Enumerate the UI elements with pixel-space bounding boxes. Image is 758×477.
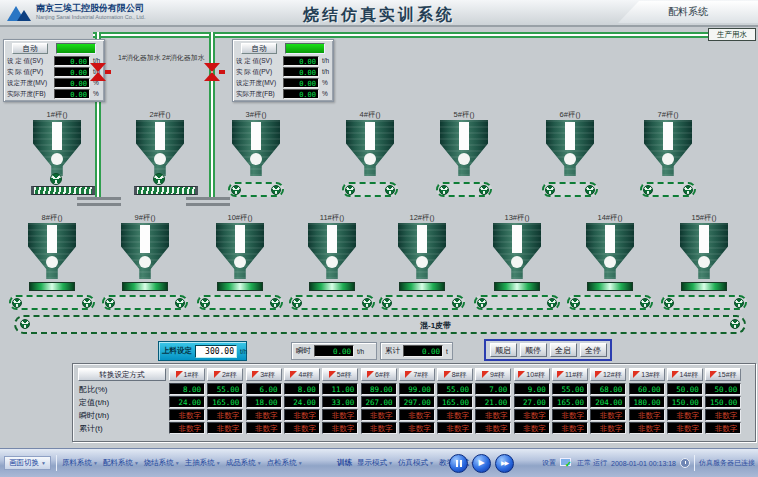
table-cell[interactable]: 8.00 (284, 383, 320, 395)
scale-11[interactable]: 11#秤() (289, 213, 375, 313)
column-header-scale-11[interactable]: 11#秤 (552, 368, 588, 381)
column-header-scale-2[interactable]: 2#秤 (207, 368, 243, 381)
nav-item-1[interactable]: 原料系统▼ (62, 458, 98, 468)
table-cell[interactable]: 9.00 (514, 383, 550, 395)
feed-setpoint-input[interactable] (195, 345, 237, 358)
flag-icon (672, 371, 679, 378)
table-cell[interactable]: 6.00 (246, 383, 282, 395)
pause-button[interactable] (449, 454, 468, 473)
table-cell: 非数字 (705, 409, 741, 421)
column-header-scale-9[interactable]: 9#秤 (475, 368, 511, 381)
scale-2[interactable]: 2#秤() (117, 110, 203, 210)
table-cell[interactable]: 24.00 (284, 396, 320, 408)
table-cell[interactable]: 89.00 (361, 383, 397, 395)
field-value-display: 0.00 (54, 89, 90, 99)
scale-9[interactable]: 9#秤() (102, 213, 188, 313)
nav-item-2[interactable]: 配料系统▼ (103, 458, 139, 468)
scale-3[interactable]: 3#秤() (213, 110, 299, 210)
table-cell[interactable]: 55.00 (437, 383, 473, 395)
auto-mode-button[interactable]: 自动 (12, 43, 48, 54)
water-valve-1[interactable] (90, 63, 106, 81)
fast-forward-button[interactable]: ▶▶ (495, 454, 514, 473)
column-header-scale-15[interactable]: 15#秤 (705, 368, 741, 381)
column-header-scale-14[interactable]: 14#秤 (667, 368, 703, 381)
column-header-scale-5[interactable]: 5#秤 (322, 368, 358, 381)
nav-item-3[interactable]: 烧结系统▼ (144, 458, 180, 468)
mode-item-1[interactable]: 显示模式▼ (357, 458, 393, 468)
auto-mode-button[interactable]: 自动 (241, 43, 277, 54)
table-cell[interactable]: 11.00 (322, 383, 358, 395)
screen-switch-menu[interactable]: 画面切换▼ (4, 456, 51, 470)
scale-15[interactable]: 15#秤() (661, 213, 747, 313)
scale-4[interactable]: 4#秤() (327, 110, 413, 210)
mode-item-2[interactable]: 仿真模式▼ (398, 458, 434, 468)
scale-label: 7#秤() (625, 110, 711, 120)
scale-1[interactable]: 1#秤() (14, 110, 100, 210)
table-cell[interactable]: 267.00 (361, 396, 397, 408)
switch-setting-mode-button[interactable]: 转换设定方式 (78, 368, 166, 381)
table-cell[interactable]: 21.00 (475, 396, 511, 408)
table-cell[interactable]: 165.00 (207, 396, 243, 408)
seq-stop-button[interactable]: 顺停 (520, 343, 547, 357)
table-cell[interactable]: 24.00 (169, 396, 205, 408)
table-cell[interactable]: 60.00 (629, 383, 665, 395)
column-header-scale-6[interactable]: 6#秤 (361, 368, 397, 381)
scale-12[interactable]: 12#秤() (379, 213, 465, 313)
column-header-scale-8[interactable]: 8#秤 (437, 368, 473, 381)
instant-label: 瞬时 (296, 346, 311, 356)
column-header-scale-7[interactable]: 7#秤 (399, 368, 435, 381)
vibro-feeder-icon (587, 282, 633, 291)
column-header-scale-1[interactable]: 1#秤 (169, 368, 205, 381)
hopper-icon (440, 120, 488, 176)
play-button[interactable]: ▶ (472, 454, 491, 473)
hopper-icon (644, 120, 692, 176)
table-cell[interactable]: 55.00 (552, 383, 588, 395)
column-header-label: 13#秤 (641, 370, 660, 380)
column-header-scale-10[interactable]: 10#秤 (514, 368, 550, 381)
nav-item-6[interactable]: 点检系统▼ (267, 458, 303, 468)
table-cell[interactable]: 68.00 (590, 383, 626, 395)
scale-10[interactable]: 10#秤() (197, 213, 283, 313)
table-cell[interactable]: 8.00 (169, 383, 205, 395)
nav-item-5[interactable]: 成品系统▼ (226, 458, 262, 468)
flag-icon (482, 371, 489, 378)
scale-7[interactable]: 7#秤() (625, 110, 711, 210)
settings-menu[interactable]: 设置 (542, 458, 556, 468)
table-cell[interactable]: 18.00 (246, 396, 282, 408)
hopper-icon (346, 120, 394, 176)
all-stop-button[interactable]: 全停 (580, 343, 607, 357)
table-cell[interactable]: 180.00 (629, 396, 665, 408)
scale-8[interactable]: 8#秤() (9, 213, 95, 313)
table-cell[interactable]: 297.00 (399, 396, 435, 408)
table-cell[interactable]: 27.00 (514, 396, 550, 408)
table-cell[interactable]: 165.00 (437, 396, 473, 408)
table-cell[interactable]: 150.00 (667, 396, 703, 408)
table-cell[interactable]: 7.00 (475, 383, 511, 395)
table-cell[interactable]: 33.00 (322, 396, 358, 408)
column-header-scale-12[interactable]: 12#秤 (590, 368, 626, 381)
table-cell[interactable]: 99.00 (399, 383, 435, 395)
table-cell[interactable]: 165.00 (552, 396, 588, 408)
column-header-scale-3[interactable]: 3#秤 (246, 368, 282, 381)
column-header-scale-13[interactable]: 13#秤 (629, 368, 665, 381)
table-cell[interactable]: 204.00 (590, 396, 626, 408)
scale-label: 14#秤() (567, 213, 653, 223)
table-cell[interactable]: 150.00 (705, 396, 741, 408)
scale-13[interactable]: 13#秤() (474, 213, 560, 313)
scale-6[interactable]: 6#秤() (527, 110, 613, 210)
water-valve-2[interactable] (204, 63, 220, 81)
tab-batching-system[interactable]: 配料系统 (618, 1, 758, 23)
mix-belt-1[interactable]: 混-1皮带 (14, 315, 746, 334)
flag-icon (444, 371, 451, 378)
nav-item-4[interactable]: 主抽系统▼ (185, 458, 221, 468)
table-cell[interactable]: 50.00 (705, 383, 741, 395)
all-start-button[interactable]: 全启 (550, 343, 577, 357)
table-cell[interactable]: 55.00 (207, 383, 243, 395)
scale-14[interactable]: 14#秤() (567, 213, 653, 313)
tab-production-water[interactable]: 生产用水 (708, 28, 756, 41)
table-cell[interactable]: 50.00 (667, 383, 703, 395)
scale-5[interactable]: 5#秤() (421, 110, 507, 210)
seq-start-button[interactable]: 顺启 (490, 343, 517, 357)
chevron-down-icon: ▼ (257, 460, 262, 466)
column-header-scale-4[interactable]: 4#秤 (284, 368, 320, 381)
